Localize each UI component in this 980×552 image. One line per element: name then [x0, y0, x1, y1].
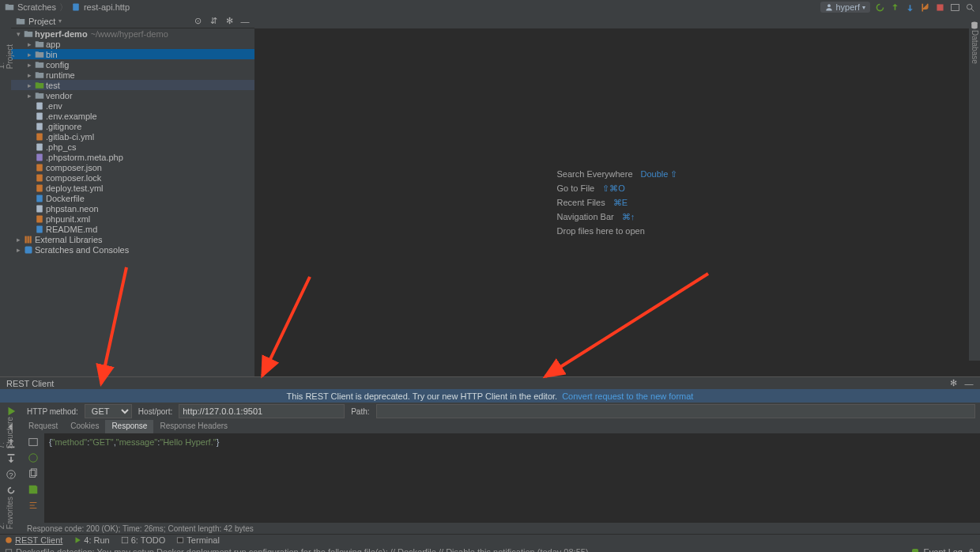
breadcrumb-separator: 〉	[59, 2, 68, 13]
tab-response[interactable]: Response	[105, 420, 153, 433]
help-icon[interactable]: ?	[6, 469, 17, 480]
branch-icon[interactable]	[920, 2, 930, 13]
tab-cookies[interactable]: Cookies	[64, 420, 105, 433]
tree-file[interactable]: Dockerfile	[11, 193, 254, 203]
tree-file[interactable]: .gitignore	[11, 121, 254, 131]
tree-dir[interactable]: ▸runtime	[11, 70, 254, 80]
bottom-rest-client[interactable]: REST Client	[5, 535, 62, 545]
bottom-run[interactable]: 4: Run	[74, 535, 109, 545]
user-name: hyperf	[835, 2, 860, 12]
arrow-down-icon[interactable]: ▾	[14, 30, 22, 38]
tree-file[interactable]: .gitlab-ci.yml	[11, 131, 254, 142]
tree-file[interactable]: deploy.test.yml	[11, 183, 254, 193]
commit-icon[interactable]	[890, 2, 900, 13]
chevron-down-icon[interactable]: ▾	[58, 17, 62, 25]
tree-dir[interactable]: ▸config	[11, 59, 254, 70]
tree-file[interactable]: composer.json	[11, 162, 254, 172]
hide-icon[interactable]: —	[240, 17, 250, 26]
bottom-todo[interactable]: 6: TODO	[121, 535, 166, 545]
module-folder-icon	[24, 29, 33, 39]
tree-dir[interactable]: ▸app	[11, 39, 254, 49]
convert-request-link[interactable]: Convert request to the new format	[562, 391, 693, 401]
tree-dir[interactable]: ▸bin	[11, 49, 254, 59]
arrow-right-icon[interactable]: ▸	[14, 246, 22, 254]
tree-file[interactable]: .env.example	[11, 111, 254, 121]
import-icon[interactable]	[6, 453, 17, 464]
bottom-tool-tabs: REST Client 4: Run 6: TODO Terminal	[0, 534, 980, 546]
arrow-right-icon[interactable]: ▸	[25, 40, 33, 48]
arrow-right-icon[interactable]: ▸	[25, 61, 33, 69]
browser-icon[interactable]	[28, 452, 39, 463]
file-icon	[35, 122, 44, 131]
status-bar: Dockerfile detection: You may setup Dock…	[0, 546, 980, 552]
arrow-right-icon[interactable]: ▸	[25, 71, 33, 79]
replay-icon[interactable]	[6, 485, 17, 496]
tab-request[interactable]: Request	[22, 420, 64, 433]
arrow-right-icon[interactable]: ▸	[25, 51, 33, 59]
bottom-terminal[interactable]: Terminal	[176, 535, 220, 545]
arrow-right-icon[interactable]: ▸	[25, 81, 33, 89]
folder-icon	[35, 50, 44, 59]
svg-rect-3	[952, 4, 959, 10]
arrow-right-icon[interactable]: ▸	[14, 236, 22, 244]
left-tool-strip: 1: Project 7: Structure 2: Favorites	[0, 28, 11, 376]
gear-icon[interactable]: ✻	[224, 17, 234, 26]
svg-rect-0	[73, 4, 79, 11]
breadcrumb-file[interactable]: rest-api.http	[84, 2, 130, 12]
tree-root[interactable]: ▾ hyperf-demo ~/www/hyperf-demo	[11, 28, 254, 39]
save-icon[interactable]	[28, 484, 39, 495]
json-file-icon	[35, 163, 44, 172]
tree-dir[interactable]: ▸test	[11, 80, 254, 90]
project-tree[interactable]: ▾ hyperf-demo ~/www/hyperf-demo ▸app ▸bi…	[11, 28, 254, 376]
strip-database[interactable]: Database	[971, 30, 979, 64]
hide-icon[interactable]: —	[964, 379, 974, 388]
collapse-icon[interactable]: ⇵	[209, 17, 218, 26]
tree-file[interactable]: .env	[11, 100, 254, 111]
database-icon[interactable]	[970, 21, 979, 30]
host-port-input[interactable]	[179, 404, 345, 418]
update-icon[interactable]	[905, 2, 915, 13]
http-method-select[interactable]: GET	[85, 404, 132, 418]
path-input[interactable]	[376, 404, 975, 418]
tree-file[interactable]: .phpstorm.meta.php	[11, 152, 254, 162]
tab-response-headers[interactable]: Response Headers	[153, 420, 234, 433]
sync-icon[interactable]	[875, 2, 885, 13]
tree-file[interactable]: composer.lock	[11, 172, 254, 183]
root-name: hyperf-demo	[35, 29, 88, 39]
root-path: ~/www/hyperf-demo	[91, 29, 168, 39]
strip-project[interactable]: 1: Project	[0, 44, 14, 69]
tree-dir[interactable]: ▸vendor	[11, 90, 254, 100]
response-body[interactable]: {"method":"GET","message":"Hello Hyperf.…	[44, 433, 980, 523]
md-file-icon	[35, 225, 44, 234]
layout-icon[interactable]	[950, 2, 960, 13]
project-icon	[16, 17, 25, 26]
tree-file[interactable]: README.md	[11, 224, 254, 234]
notification-icon[interactable]	[5, 548, 13, 553]
file-icon	[35, 204, 44, 214]
tree-scratches[interactable]: ▸Scratches and Consoles	[11, 244, 254, 255]
search-icon[interactable]	[965, 2, 975, 13]
strip-structure[interactable]: 7: Structure	[0, 417, 14, 449]
stop-icon[interactable]	[935, 2, 945, 13]
strip-favorites[interactable]: 2: Favorites	[0, 497, 14, 529]
breadcrumb-root[interactable]: Scratches	[17, 2, 56, 12]
event-log[interactable]: Event Log	[923, 547, 963, 553]
user-badge[interactable]: hyperf ▾	[820, 2, 870, 13]
copy-icon[interactable]	[28, 468, 39, 479]
project-tool-label[interactable]: Project	[28, 17, 55, 26]
format-icon[interactable]	[28, 500, 39, 511]
lock-icon[interactable]	[967, 548, 975, 553]
run-icon[interactable]	[6, 406, 17, 417]
tree-file[interactable]: .php_cs	[11, 142, 254, 152]
tree-ext-libs[interactable]: ▸External Libraries	[11, 234, 254, 244]
tree-file[interactable]: phpstan.neon	[11, 203, 254, 214]
folder-icon	[35, 60, 44, 70]
gear-icon[interactable]: ✻	[948, 379, 958, 388]
target-icon[interactable]: ⊙	[193, 17, 202, 26]
deprecation-banner: This REST Client is deprecated. Try our …	[0, 389, 980, 403]
arrow-right-icon[interactable]: ▸	[25, 92, 33, 100]
tree-file[interactable]: phpunit.xml	[11, 214, 254, 224]
view-icon[interactable]	[28, 437, 39, 448]
svg-point-1	[828, 4, 831, 7]
drop-files-label: Drop files here to open	[557, 226, 645, 236]
